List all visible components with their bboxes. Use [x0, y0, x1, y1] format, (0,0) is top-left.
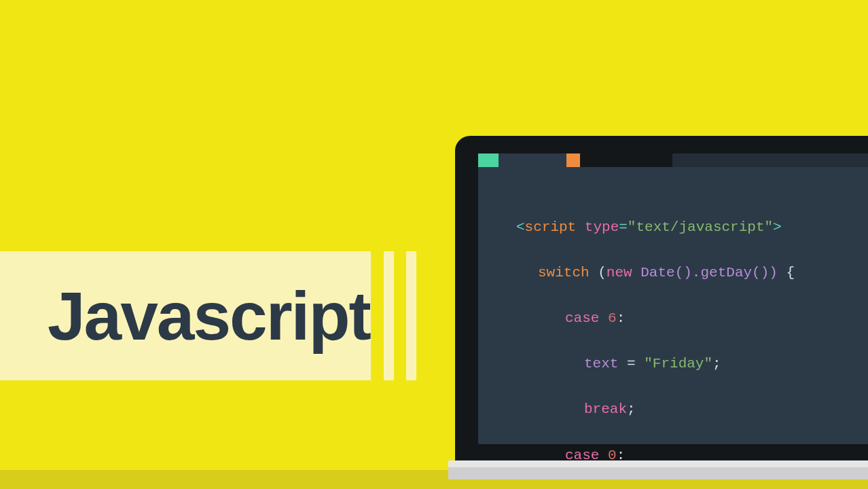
- title-stripe: [406, 251, 416, 380]
- code-line: <script type="text/javascript">: [516, 216, 868, 239]
- laptop-illustration: <script type="text/javascript"> switch (…: [448, 136, 868, 489]
- editor-tab-strip: [478, 153, 868, 167]
- code-editor-content: <script type="text/javascript"> switch (…: [478, 167, 868, 489]
- title-stripe: [384, 251, 394, 380]
- code-line: case 6:: [516, 307, 868, 330]
- code-line: text = "Friday";: [516, 352, 868, 376]
- code-line: break;: [516, 398, 868, 421]
- tab-dark-region: [672, 153, 868, 167]
- title-text: Javascript: [48, 277, 370, 355]
- laptop-screen: <script type="text/javascript"> switch (…: [478, 153, 868, 444]
- tab-indicator-orange: [566, 153, 580, 167]
- code-line: switch (new Date().getDay()) {: [516, 261, 868, 285]
- laptop-bezel: <script type="text/javascript"> switch (…: [455, 136, 868, 460]
- title-band: Javascript: [0, 251, 371, 380]
- tab-indicator-green: [478, 153, 499, 167]
- laptop-base-inner: [448, 467, 868, 479]
- tab-spacer: [499, 153, 566, 167]
